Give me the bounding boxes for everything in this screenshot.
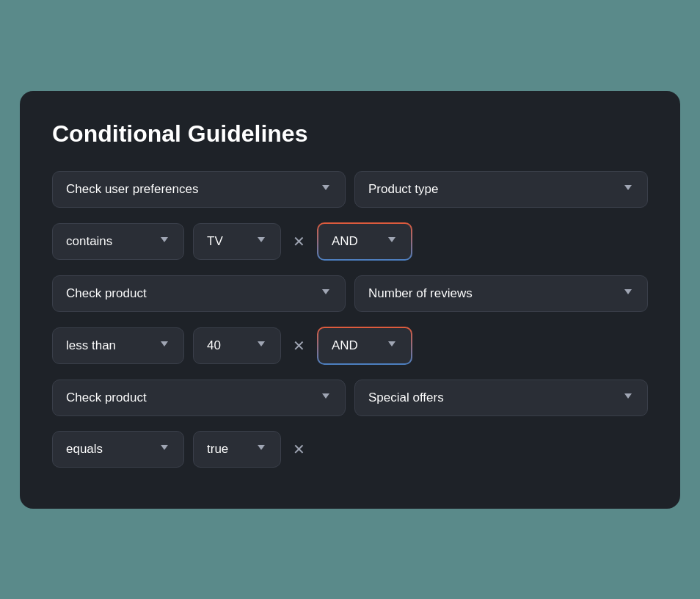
chevron-down-icon [255, 340, 267, 352]
close-icon[interactable]: ✕ [290, 439, 308, 460]
check-user-preferences-dropdown[interactable]: Check user preferences [52, 171, 346, 208]
and-connector-2-dropdown[interactable]: AND [317, 327, 412, 365]
special-offers-label: Special offers [368, 391, 444, 405]
chevron-down-icon [622, 392, 634, 404]
product-type-label: Product type [368, 182, 438, 197]
chevron-down-icon [622, 288, 634, 300]
chevron-down-icon [320, 184, 332, 195]
number-of-reviews-dropdown[interactable]: Number of reviews [354, 275, 648, 312]
chevron-down-icon [320, 392, 332, 404]
chevron-down-icon [255, 443, 267, 455]
and-connector-2-label: AND [332, 338, 358, 353]
forty-dropdown[interactable]: 40 [193, 327, 281, 364]
less-than-label: less than [66, 338, 116, 353]
close-icon[interactable]: ✕ [290, 335, 308, 356]
chevron-down-icon [622, 184, 634, 195]
equals-label: equals [66, 442, 103, 457]
conditional-guidelines-card: Conditional Guidelines Check user prefer… [20, 91, 680, 509]
check-product-1-dropdown[interactable]: Check product [52, 275, 346, 312]
contains-dropdown[interactable]: contains [52, 223, 184, 260]
chevron-down-icon [386, 236, 398, 247]
true-label: true [207, 442, 228, 457]
check-product-2-dropdown[interactable]: Check product [52, 380, 346, 416]
tv-label: TV [207, 234, 223, 249]
check-product-1-label: Check product [66, 286, 147, 301]
forty-label: 40 [207, 338, 221, 353]
true-dropdown[interactable]: true [193, 431, 281, 468]
row3-bottom: equals true ✕ [52, 431, 648, 468]
number-of-reviews-label: Number of reviews [368, 286, 473, 301]
contains-label: contains [66, 234, 112, 249]
row1-bottom: contains TV ✕ AND [52, 222, 648, 261]
special-offers-dropdown[interactable]: Special offers [354, 380, 648, 416]
chevron-down-icon [158, 340, 170, 352]
row2-top: Check product Number of reviews [52, 275, 648, 312]
check-product-2-label: Check product [66, 391, 147, 405]
and-connector-1-dropdown[interactable]: AND [317, 222, 412, 261]
close-icon[interactable]: ✕ [290, 231, 308, 252]
chevron-down-icon [255, 236, 267, 247]
chevron-down-icon [320, 288, 332, 300]
row3-top: Check product Special offers [52, 380, 648, 416]
equals-dropdown[interactable]: equals [52, 431, 184, 468]
chevron-down-icon [158, 443, 170, 455]
row1-top: Check user preferences Product type [52, 171, 648, 208]
check-user-preferences-label: Check user preferences [66, 182, 198, 197]
page-title: Conditional Guidelines [52, 120, 648, 148]
chevron-down-icon [386, 340, 398, 352]
product-type-dropdown[interactable]: Product type [354, 171, 648, 208]
row2-bottom: less than 40 ✕ AND [52, 327, 648, 365]
less-than-dropdown[interactable]: less than [52, 327, 184, 364]
and-connector-1-label: AND [332, 234, 358, 249]
tv-dropdown[interactable]: TV [193, 223, 281, 260]
chevron-down-icon [158, 236, 170, 247]
